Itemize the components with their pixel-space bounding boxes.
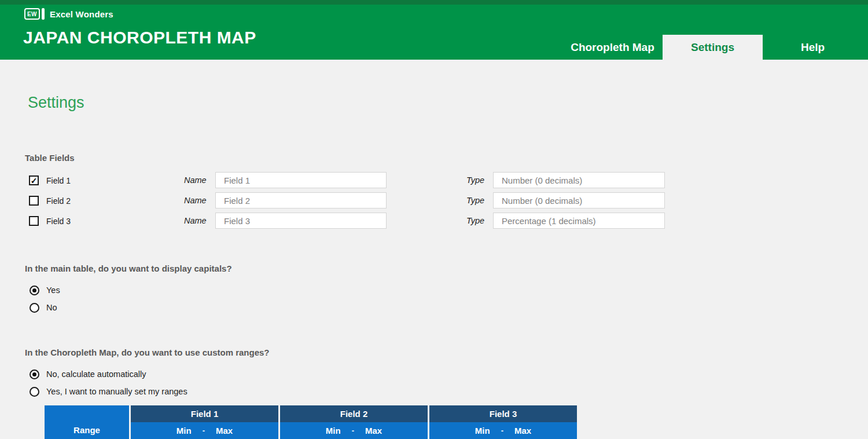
- field3-checkbox-label[interactable]: Field 3: [46, 217, 71, 226]
- field3-name-label: Name: [184, 216, 207, 225]
- field3-checkbox[interactable]: [29, 216, 39, 226]
- ranges-auto-radio[interactable]: [30, 370, 39, 379]
- field1-name-label: Name: [184, 175, 207, 185]
- field-row-1: ✓ Field 1 Name Type: [0, 172, 868, 188]
- dash-separator: -: [501, 426, 503, 435]
- field2-name-input[interactable]: [215, 192, 387, 208]
- capitals-no-label[interactable]: No: [46, 303, 57, 312]
- ranges-auto-label[interactable]: No, calculate automatically: [46, 370, 146, 379]
- ranges-field2-group: Field 2 Min - Max: [280, 405, 428, 439]
- field1-type-input[interactable]: [493, 172, 665, 188]
- excel-wonders-logo-icon: EW: [24, 8, 40, 20]
- app-header: EW Excel Wonders JAPAN CHOROPLETH MAP Ch…: [0, 0, 868, 60]
- field3-name-input[interactable]: [215, 213, 387, 229]
- tab-bar: Choropleth Map Settings Help: [562, 35, 863, 60]
- tab-help[interactable]: Help: [763, 35, 863, 60]
- field2-checkbox-label[interactable]: Field 2: [46, 196, 71, 206]
- header-top-strip: [0, 0, 868, 5]
- tab-settings[interactable]: Settings: [663, 35, 763, 60]
- page-title: JAPAN CHOROPLETH MAP: [23, 28, 256, 47]
- field-row-2: Field 2 Name Type: [0, 192, 868, 208]
- ranges-field3-group: Field 3 Min - Max: [429, 405, 577, 439]
- ranges-field2-header: Field 2: [280, 405, 428, 422]
- capitals-question: In the main table, do you want to displa…: [25, 264, 232, 273]
- dash-separator: -: [203, 426, 205, 435]
- ranges-field2-minmax: Min - Max: [280, 422, 428, 439]
- max-label: Max: [216, 426, 233, 436]
- dash-separator: -: [352, 426, 354, 435]
- capitals-option-no: No: [0, 303, 347, 313]
- capitals-yes-radio[interactable]: [30, 286, 39, 295]
- range-column-header: Range: [45, 405, 129, 439]
- table-fields-section-title: Table Fields: [25, 153, 75, 163]
- ranges-option-auto: No, calculate automatically: [0, 370, 347, 380]
- custom-ranges-table: Range Field 1 Min - Max Field 2 Min - Ma…: [45, 405, 577, 439]
- min-label: Min: [326, 426, 341, 436]
- ranges-question: In the Choropleth Map, do you want to us…: [25, 347, 270, 357]
- capitals-no-radio[interactable]: [30, 303, 39, 313]
- field2-name-label: Name: [184, 196, 207, 205]
- field2-type-label: Type: [466, 196, 484, 205]
- field2-checkbox[interactable]: [29, 196, 39, 206]
- min-label: Min: [176, 426, 192, 436]
- logo-bar-icon: [42, 8, 45, 20]
- ranges-option-manual: Yes, I want to manually set my ranges: [0, 387, 347, 397]
- field1-checkbox-label[interactable]: Field 1: [46, 176, 71, 185]
- min-label: Min: [475, 426, 490, 436]
- field1-name-input[interactable]: [215, 172, 387, 188]
- field3-type-input[interactable]: [493, 213, 665, 229]
- range-header-label: Range: [73, 425, 100, 435]
- max-label: Max: [365, 426, 382, 436]
- tab-choropleth-map[interactable]: Choropleth Map: [562, 35, 663, 60]
- field3-type-label: Type: [466, 216, 484, 225]
- ranges-manual-label[interactable]: Yes, I want to manually set my ranges: [46, 387, 187, 396]
- ranges-field1-header: Field 1: [131, 405, 278, 422]
- field2-type-input[interactable]: [493, 192, 665, 208]
- field-row-3: Field 3 Name Type: [0, 213, 868, 229]
- ranges-field3-header: Field 3: [429, 405, 577, 422]
- field1-checkbox[interactable]: ✓: [29, 175, 39, 185]
- ranges-field1-group: Field 1 Min - Max: [131, 405, 278, 439]
- ranges-field3-minmax: Min - Max: [429, 422, 577, 439]
- capitals-yes-label[interactable]: Yes: [46, 286, 60, 295]
- max-label: Max: [514, 426, 531, 436]
- brand-name: Excel Wonders: [50, 9, 113, 19]
- capitals-option-yes: Yes: [0, 286, 347, 296]
- ranges-manual-radio[interactable]: [30, 387, 39, 397]
- ranges-field1-minmax: Min - Max: [131, 422, 278, 439]
- settings-heading: Settings: [28, 94, 84, 112]
- field1-type-label: Type: [466, 175, 484, 185]
- checkmark-icon: ✓: [31, 177, 38, 185]
- brand-logo: EW Excel Wonders: [24, 8, 113, 20]
